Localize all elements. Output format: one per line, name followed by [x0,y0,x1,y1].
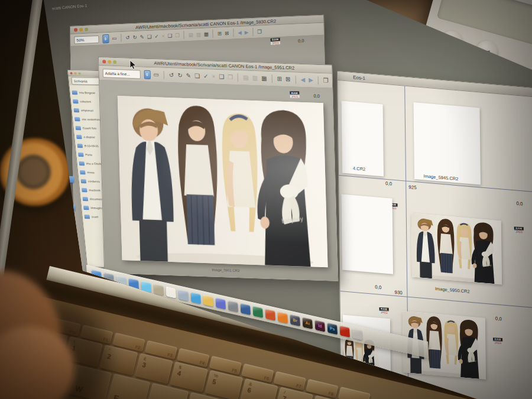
t1-tool-button[interactable]: ▤ [243,75,249,81]
folder-icon [78,153,84,157]
toolbar-separator [238,73,238,82]
dock-icon-dvd-player[interactable] [228,300,238,313]
dock-icon-iphoto[interactable] [203,294,213,307]
file-name: Cusett foto [83,126,97,129]
stepper-control[interactable] [102,34,109,43]
dock-icon-trash[interactable] [352,328,362,340]
dock-icon-indesign[interactable]: Id [314,320,325,332]
rotl-tool-button[interactable]: ↺ [169,72,174,78]
viewer-window-5951: AWR/Utenti/macbook/Scrivania/scatti CANO… [98,57,338,281]
dock-icon-itunes[interactable] [190,292,201,304]
zoom-select[interactable]: 50% [74,35,99,44]
proof-tool-button[interactable]: ▭ [153,72,159,77]
file-name: ase assistman's [82,118,102,121]
dock-icon-ical[interactable] [166,286,176,299]
file-name: scatti [92,215,99,218]
file-name: renna [87,171,95,174]
dock-icon-quicktime[interactable] [215,297,226,310]
print-tool-button[interactable]: ⊞ [218,31,222,36]
coords-readout: 0,0 [313,93,320,99]
file-name: cordanza [88,180,100,183]
imgf-tool-button[interactable]: ❑ [219,74,224,80]
imgb-tool-button[interactable]: ❐ [175,33,180,38]
proof-tool-button[interactable]: ▭ [112,35,116,41]
file-name: ampionari [81,109,94,112]
dock-icon-photoshop[interactable]: Ps [327,323,338,335]
dock-icon-firefox[interactable] [277,312,288,324]
mouse-cursor-icon [129,60,137,70]
folder-icon [80,170,86,174]
toolbar-separator [164,71,164,79]
window-title: Eos-1 [353,74,365,81]
file-name: Porta [85,153,92,156]
clip-tool-button[interactable]: ❒ [257,29,262,34]
cell-coords: 0,0 [367,284,381,290]
browser-window: Eos-1 4.CR2 Image_5945.CR2 0,0 925 RAWJP… [337,71,532,399]
photo-caption: Image_5951.CR2 [164,267,288,274]
dock-icon-preview[interactable] [178,289,189,301]
dock-icon-excel[interactable] [252,306,263,318]
dock-icon-acrobat[interactable] [339,325,350,338]
location-popup-label: Scrivania [74,79,87,83]
zoom-button[interactable] [78,72,80,74]
close-button[interactable] [74,28,77,31]
arrr-tool-button[interactable]: ▶ [309,77,313,83]
imgf-tool-button[interactable]: ❑ [168,33,173,38]
dock-icon-toast[interactable] [265,309,275,321]
t2-tool-button[interactable]: ▥ [252,75,258,81]
arrr-tool-button[interactable]: ▶ [245,30,249,35]
thumbnail-label: Image_5950.CR2 [411,284,494,296]
thumbnail-grid: 4.CR2 Image_5945.CR2 0,0 925 RAWJPEG 0,0… [338,80,532,399]
t3-tool-button[interactable]: ▦ [261,76,267,82]
trash-tool-button[interactable]: ⊠ [286,76,291,82]
stepper-control[interactable] [144,70,150,79]
dock-icon-address-book[interactable] [153,283,164,296]
rotr-tool-button[interactable]: ↻ [133,35,137,40]
rotl-tool-button[interactable]: ↺ [125,35,129,40]
minimize-button[interactable] [74,72,76,74]
print-tool-button[interactable]: ⊞ [277,76,282,82]
thumbnail-image[interactable] [342,101,384,177]
minimize-button[interactable] [79,28,83,31]
clip-tool-button[interactable]: ❒ [323,77,329,83]
folder-icon[interactable] [69,233,77,241]
close-button[interactable] [102,60,106,63]
zoom-button[interactable] [85,28,88,31]
thumbnail-image[interactable] [411,213,502,284]
cross-tool-button[interactable]: × [212,74,215,80]
file-name: macbook [89,189,100,192]
dock-icon-word[interactable] [240,303,251,316]
cross-tool-button[interactable]: × [162,34,165,39]
copy-tool-button[interactable]: ❏ [147,34,152,40]
thumbnail-image[interactable] [414,102,481,185]
dock-icon-illustrator[interactable]: Ai [302,317,313,329]
folder-icon[interactable] [67,204,76,211]
minimize-button[interactable] [108,60,111,63]
t3-tool-button[interactable]: ▦ [204,31,209,37]
close-button[interactable] [70,72,72,74]
toolbar-separator [184,31,184,39]
dock-icon-bridge[interactable]: Br [290,314,300,326]
folder-icon [72,90,78,95]
thumbnail-image[interactable] [341,194,393,274]
check-tool-button[interactable]: ✓ [154,34,158,39]
rotr-tool-button[interactable]: ↻ [177,73,183,79]
grid-line [340,291,532,309]
raw-jpeg-badge: RAWJPEG [271,38,281,45]
arrl-tool-button[interactable]: ◀ [300,77,305,83]
cell-coords: 0,0 [495,316,502,322]
toolbar-separator [213,30,213,38]
t1-tool-button[interactable]: ▤ [189,32,193,37]
copy-tool-button[interactable]: ❏ [194,73,200,79]
check-tool-button[interactable]: ✓ [203,73,209,79]
t2-tool-button[interactable]: ▥ [196,32,201,37]
stamp-tool-button[interactable]: ✎ [140,34,144,40]
stamp-tool-button[interactable]: ✎ [186,73,192,79]
folder-icon [82,188,87,192]
imgb-tool-button[interactable]: ❐ [228,74,233,80]
toolbar-separator [121,34,121,42]
trash-tool-button[interactable]: ⊠ [225,31,229,36]
kids-photo[interactable] [118,96,328,267]
zoom-button[interactable] [113,60,116,63]
arrl-tool-button[interactable]: ◀ [238,30,242,35]
